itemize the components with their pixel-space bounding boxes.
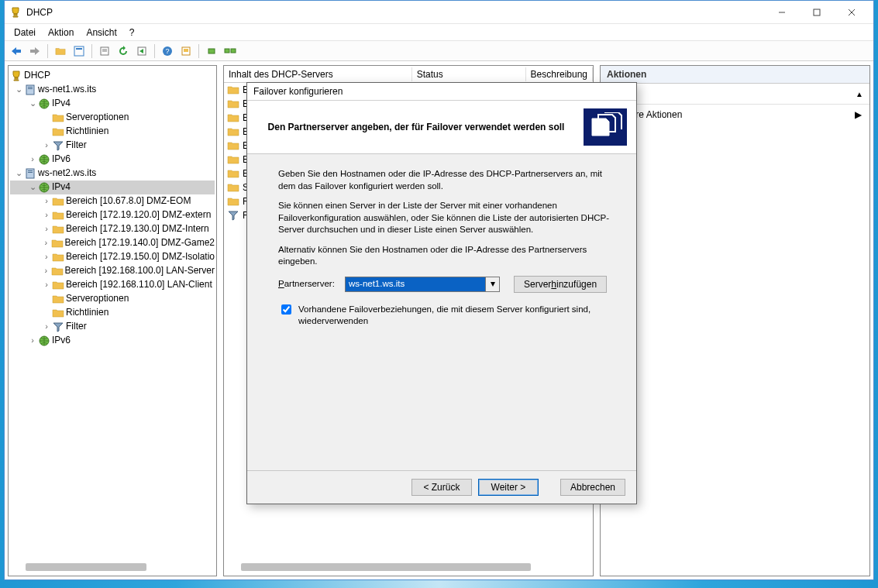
tree-scope[interactable]: ›Bereich [192.168.100.0] LAN-Server [10,264,215,278]
dialog-headline: Den Partnerserver angeben, der für Failo… [257,122,584,132]
tree-label: IPv4 [52,97,71,110]
list-hscroll[interactable] [227,562,590,574]
tool-3[interactable] [96,43,113,60]
tree-item[interactable]: Serveroptionen [10,292,215,306]
failover-wizard-dialog: Failover konfigurieren Den Partnerserver… [246,82,637,504]
menu-ansicht[interactable]: Ansicht [80,26,122,40]
chevron-down-icon[interactable]: ▾ [485,277,499,291]
dialog-title: Failover konfigurieren [247,83,636,101]
chevron-right-icon: ▶ [855,109,862,120]
tree-server-1[interactable]: ⌄ws-net1.ws.its [10,83,215,97]
tool-9[interactable] [222,43,239,60]
close-button[interactable] [834,2,869,23]
tree-scope[interactable]: ›Bereich [172.19.120.0] DMZ-extern [10,208,215,222]
cancel-button[interactable]: Abbrechen [560,479,625,496]
tree-label: Bereich [192.168.100.0] LAN-Server [65,264,215,277]
actions-panel: Aktionen IPv4 ▲ eitere Aktionen ▶ [600,65,870,576]
tree-ipv4-2[interactable]: ⌄IPv4 [10,181,215,194]
dialog-p1: Geben Sie den Hostnamen oder die IP-Adre… [278,168,615,192]
actions-header: Aktionen [601,66,869,84]
col-0[interactable]: Inhalt des DHCP-Servers [224,67,412,81]
tree-label: ws-net1.ws.its [38,83,96,96]
col-1[interactable]: Status [412,67,526,81]
maximize-button[interactable] [799,2,834,23]
actions-more[interactable]: eitere Aktionen ▶ [601,105,869,125]
menu-datei[interactable]: Datei [8,26,42,40]
dialog-header: Den Partnerserver angeben, der für Failo… [247,101,636,154]
tree-item[interactable]: Richtlinien [10,125,215,139]
tree-label: ws-net2.ws.its [38,167,96,180]
tool-5[interactable] [133,43,150,60]
next-button[interactable]: Weiter > [478,479,539,496]
tree-label: Bereich [172.19.150.0] DMZ-Isolatio [66,250,215,263]
partner-value: ws-net1.ws.its [346,277,485,291]
reuse-label: Vorhandene Failoverbeziehungen, die mit … [298,304,615,328]
tree-hscroll[interactable] [12,562,213,574]
svg-rect-8 [74,46,84,56]
tree-label: Filter [66,320,87,333]
tree-item[interactable]: ›Filter [10,320,215,334]
refresh-button[interactable] [115,43,132,60]
tree-root[interactable]: DHCP [10,69,215,83]
partner-label: Partnerserver: [278,278,345,291]
tree-scope[interactable]: ›Bereich [172.19.130.0] DMZ-Intern [10,222,215,236]
tree-label: Serveroptionen [66,292,129,305]
partner-combo[interactable]: ws-net1.ws.its ▾ [345,277,500,292]
tree-label: Filter [66,139,87,152]
tree-root-label: DHCP [24,69,50,82]
window-title: DHCP [26,7,53,18]
tree-ipv4-1[interactable]: ⌄IPv4 [10,97,215,111]
tree-ipv6-1[interactable]: ›IPv6 [10,153,215,167]
tree-label: Bereich [192.168.110.0] LAN-Client [66,278,212,291]
minimize-button[interactable] [764,2,799,23]
svg-rect-18 [208,49,215,53]
tree-label: Bereich [172.19.130.0] DMZ-Intern [66,222,209,236]
tree-server-2[interactable]: ⌄ws-net2.ws.its [10,167,215,181]
col-2[interactable]: Beschreibung [526,67,593,81]
reuse-checkbox[interactable] [281,304,291,315]
tree-label: Serveroptionen [66,111,129,124]
tree-scope[interactable]: ›Bereich [10.67.8.0] DMZ-EOM [10,194,215,208]
tree-label: Bereich [172.19.120.0] DMZ-extern [66,208,211,222]
chevron-up-icon: ▲ [856,90,863,98]
toolbar: ? [5,41,873,61]
tree[interactable]: DHCP ⌄ws-net1.ws.its ⌄IPv4 Serveroptione… [9,66,216,351]
list-header: Inhalt des DHCP-Servers Status Beschreib… [224,66,593,83]
menubar: Datei Aktion Ansicht ? [5,24,873,41]
tree-scope[interactable]: ›Bereich [172.19.150.0] DMZ-Isolatio [10,250,215,264]
svg-rect-20 [231,49,236,53]
tree-label: Richtlinien [66,306,108,319]
svg-rect-5 [814,9,820,15]
menu-aktion[interactable]: Aktion [42,26,80,40]
tree-label: IPv4 [52,181,71,194]
tool-7[interactable] [177,43,195,60]
svg-rect-17 [184,49,188,52]
svg-rect-19 [225,49,229,53]
tree-scope[interactable]: ›Bereich [172.19.140.0] DMZ-Game2 [10,236,215,250]
back-button[interactable] [8,43,25,60]
wizard-icon [584,108,627,146]
forward-button[interactable] [26,43,43,60]
dialog-p3: Alternativ können Sie den Hostnamen oder… [278,244,615,268]
titlebar: DHCP [5,1,873,24]
tool-2[interactable] [71,43,88,60]
tree-ipv6-2[interactable]: ›IPv6 [10,334,215,348]
actions-context[interactable]: IPv4 ▲ [601,84,869,105]
tool-8[interactable] [203,43,220,60]
tree-item[interactable]: Serveroptionen [10,111,215,125]
tree-panel: DHCP ⌄ws-net1.ws.its ⌄IPv4 Serveroptione… [8,65,217,576]
svg-rect-9 [76,48,82,50]
svg-text:?: ? [165,47,169,55]
back-button[interactable]: < Zurück [411,479,472,496]
tree-label: Richtlinien [66,125,108,138]
tool-1[interactable] [52,43,69,60]
menu-help[interactable]: ? [123,26,141,40]
help-button[interactable]: ? [159,43,176,60]
app-icon [9,6,22,19]
tree-scope[interactable]: ›Bereich [192.168.110.0] LAN-Client [10,278,215,292]
tree-label: Bereich [172.19.140.0] DMZ-Game2 [65,236,215,249]
tree-item[interactable]: ›Filter [10,139,215,153]
add-server-button[interactable]: Server hinzufügen [514,276,607,293]
tree-label: Bereich [10.67.8.0] DMZ-EOM [66,194,191,208]
tree-item[interactable]: Richtlinien [10,306,215,320]
